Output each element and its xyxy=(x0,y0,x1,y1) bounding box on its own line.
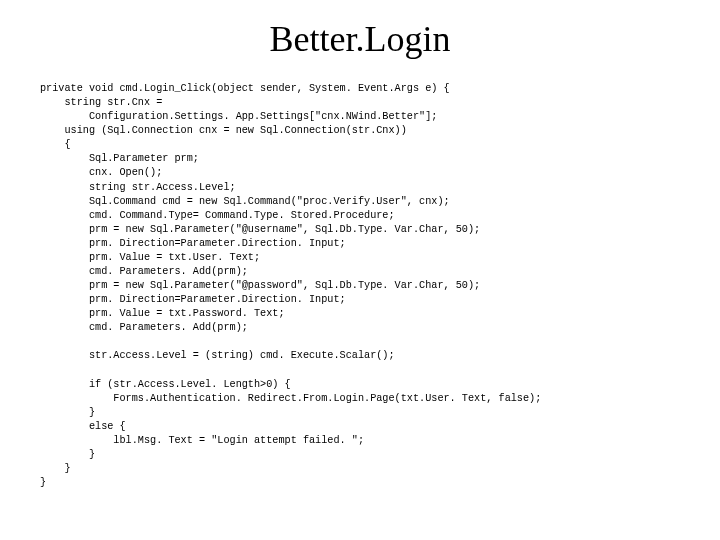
slide: Better.Login private void cmd.Login_Clic… xyxy=(0,0,720,540)
code-block: private void cmd.Login_Click(object send… xyxy=(40,82,680,490)
slide-title: Better.Login xyxy=(40,18,680,60)
